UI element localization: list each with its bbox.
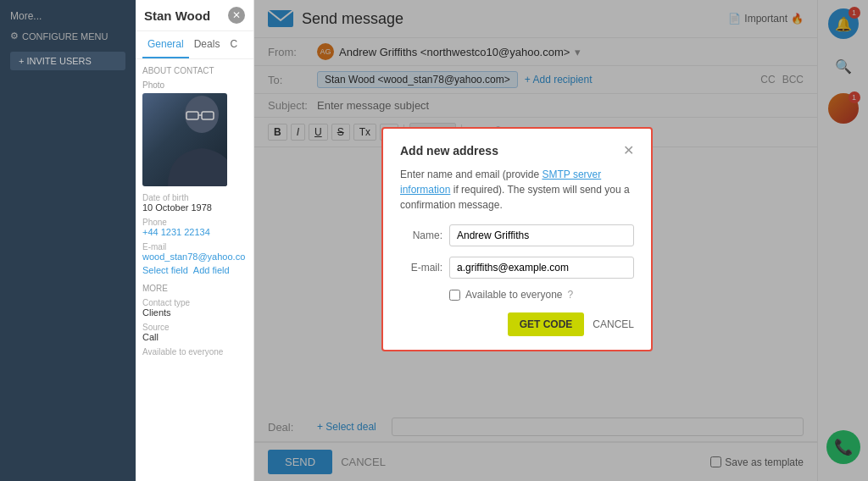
- modal-name-field: Name:: [400, 224, 634, 246]
- contact-tabs: General Deals C: [136, 31, 253, 59]
- select-field-link[interactable]: Select field: [142, 265, 188, 275]
- source-label: Source: [142, 323, 247, 332]
- modal-email-field: E-mail:: [400, 257, 634, 279]
- about-title: ABOUT CONTACT: [142, 66, 247, 75]
- modal-available-row: Available to everyone ?: [449, 289, 634, 301]
- close-contact-button[interactable]: ✕: [228, 7, 245, 24]
- contact-panel: Stan Wood ✕ General Deals C ABOUT CONTAC…: [136, 0, 254, 481]
- modal-header: Add new address ✕: [400, 142, 634, 158]
- photo-label: Photo: [142, 80, 247, 90]
- field-actions: Select field Add field: [142, 265, 247, 275]
- contact-type-value: Clients: [142, 307, 247, 318]
- email-label: E-mail: [142, 242, 247, 252]
- get-code-button[interactable]: GET CODE: [508, 312, 585, 336]
- email-value[interactable]: wood_stan78@yahoo.co: [142, 252, 247, 262]
- sidebar: More... ⚙ CONFIGURE MENU + INVITE USERS: [0, 0, 136, 481]
- modal-title: Add new address: [400, 144, 498, 158]
- modal-close-button[interactable]: ✕: [623, 142, 634, 158]
- modal-cancel-button[interactable]: CANCEL: [593, 318, 634, 330]
- dob-label: Date of birth: [142, 193, 247, 202]
- dob-value: 10 October 1978: [142, 202, 247, 213]
- invite-users-button[interactable]: + INVITE USERS: [10, 52, 125, 70]
- contact-photo: [142, 93, 227, 186]
- modal-email-row: E-mail:: [400, 257, 634, 279]
- phone-value[interactable]: +44 1231 22134: [142, 227, 247, 237]
- modal-name-input[interactable]: [449, 224, 634, 246]
- sidebar-configure[interactable]: ⚙ CONFIGURE MENU: [0, 25, 136, 47]
- add-field-link[interactable]: Add field: [193, 265, 230, 275]
- modal-help-icon[interactable]: ?: [568, 289, 574, 301]
- modal-available-checkbox[interactable]: [449, 290, 460, 301]
- more-section-title: MORE: [142, 284, 247, 293]
- modal-email-label: E-mail:: [400, 262, 442, 274]
- source-value: Call: [142, 332, 247, 342]
- modal-actions: GET CODE CANCEL: [400, 312, 634, 336]
- phone-label: Phone: [142, 218, 247, 227]
- modal-description: Enter name and email (provide SMTP serve…: [400, 167, 634, 213]
- modal-name-row: Name:: [400, 224, 634, 246]
- contact-name: Stan Wood: [144, 8, 210, 23]
- about-contact: ABOUT CONTACT Photo Date of birth 10 Oct…: [136, 59, 253, 363]
- main-area: Send message 📄 Important 🔥 From: AG Andr…: [254, 0, 868, 481]
- photo-silhouette: [151, 93, 227, 186]
- add-address-modal: Add new address ✕ Enter name and email (…: [381, 127, 653, 351]
- contact-header: Stan Wood ✕: [136, 0, 253, 31]
- contact-type-label: Contact type: [142, 298, 247, 307]
- tab-deals[interactable]: Deals: [189, 31, 225, 58]
- available-label: Available to everyone: [142, 347, 247, 357]
- tab-other[interactable]: C: [225, 31, 242, 58]
- gear-icon: ⚙: [10, 30, 19, 41]
- sidebar-more: More...: [0, 7, 136, 25]
- modal-email-input[interactable]: [449, 257, 634, 279]
- modal-available-label: Available to everyone: [465, 289, 563, 301]
- modal-name-label: Name:: [400, 229, 442, 241]
- tab-general[interactable]: General: [142, 31, 189, 58]
